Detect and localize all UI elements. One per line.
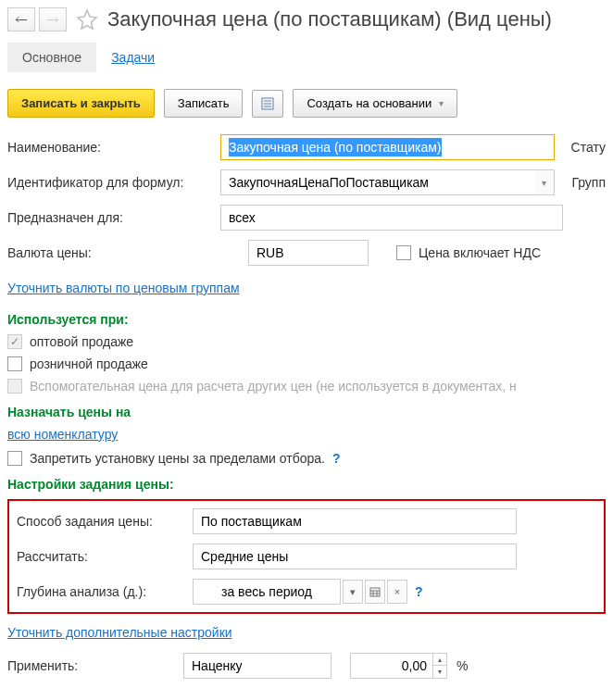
svg-rect-4 [370, 588, 380, 596]
depth-help-icon[interactable]: ? [415, 584, 423, 599]
list-icon-button[interactable] [252, 90, 283, 118]
auxiliary-label: Вспомогательная цена для расчета других … [30, 379, 517, 394]
all-nomenclature-link[interactable]: всю номенклатуру [7, 427, 118, 442]
currency-label: Валюта цены: [7, 245, 248, 260]
nav-forward-button[interactable]: 🡒 [39, 7, 67, 31]
purpose-input[interactable] [220, 205, 563, 231]
purpose-label: Предназначен для: [7, 210, 220, 225]
save-button[interactable]: Записать [164, 89, 244, 118]
tab-main[interactable]: Основное [7, 43, 96, 72]
help-icon[interactable]: ? [332, 451, 341, 466]
calendar-icon[interactable] [365, 580, 385, 604]
tab-tasks[interactable]: Задачи [96, 43, 169, 72]
apply-type-input[interactable] [183, 653, 332, 679]
retail-checkbox[interactable] [7, 356, 22, 371]
favorite-star-icon[interactable] [70, 8, 104, 31]
status-label: Стату [571, 140, 606, 155]
id-input[interactable] [220, 169, 534, 195]
vat-label: Цена включает НДС [419, 245, 541, 260]
forbid-label: Запретить установку цены за пределами от… [30, 451, 325, 466]
retail-label: розничной продаже [30, 356, 148, 371]
group-label: Групп [571, 175, 606, 190]
refine-currencies-link[interactable]: Уточнить валюты по ценовым группам [7, 281, 240, 295]
highlighted-settings-box: Способ задания цены: Рассчитать: Глубина… [7, 499, 606, 614]
wholesale-label: оптовой продаже [30, 334, 133, 349]
depth-dropdown-icon[interactable]: ▾ [343, 580, 363, 604]
auxiliary-checkbox [7, 379, 22, 394]
settings-header: Настройки задания цены: [7, 477, 606, 492]
page-title: Закупочная цена (по поставщикам) (Вид це… [107, 7, 552, 31]
refine-extra-link[interactable]: Уточнить дополнительные настройки [7, 625, 232, 640]
save-close-button[interactable]: Записать и закрыть [7, 89, 155, 118]
depth-input[interactable] [193, 579, 341, 605]
nav-back-button[interactable]: 🡐 [7, 7, 35, 31]
clear-date-icon[interactable]: × [387, 580, 407, 604]
wholesale-checkbox [7, 334, 22, 349]
id-dropdown-icon[interactable]: ▾ [534, 169, 555, 195]
name-input[interactable]: Закупочная цена (по поставщикам) [220, 134, 555, 160]
method-label: Способ задания цены: [17, 514, 193, 529]
percent-label: % [457, 658, 468, 673]
id-label: Идентификатор для формул: [7, 175, 220, 190]
calc-input[interactable] [193, 544, 517, 569]
assign-header: Назначать цены на [7, 405, 606, 419]
apply-stepper[interactable]: ▲▼ [433, 653, 447, 679]
calc-label: Рассчитать: [17, 549, 193, 564]
name-label: Наименование: [7, 140, 220, 155]
create-based-button[interactable]: Создать на основании [293, 89, 457, 118]
vat-checkbox[interactable] [396, 245, 411, 260]
forbid-checkbox[interactable] [7, 451, 22, 466]
usage-header: Используется при: [7, 312, 606, 327]
apply-number-input[interactable] [350, 653, 433, 679]
apply-label: Применить: [7, 658, 183, 673]
depth-label: Глубина анализа (д.): [17, 584, 193, 599]
method-input[interactable] [193, 508, 517, 534]
currency-input[interactable] [248, 240, 369, 266]
